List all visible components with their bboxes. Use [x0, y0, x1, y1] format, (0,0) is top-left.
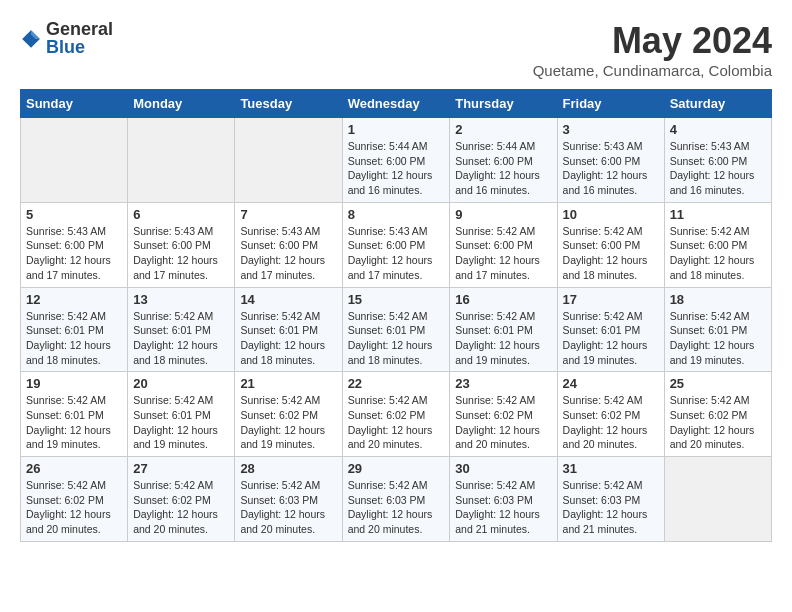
calendar-cell: 9Sunrise: 5:42 AM Sunset: 6:00 PM Daylig… [450, 202, 557, 287]
calendar-table: SundayMondayTuesdayWednesdayThursdayFrid… [20, 89, 772, 542]
calendar-cell: 10Sunrise: 5:42 AM Sunset: 6:00 PM Dayli… [557, 202, 664, 287]
calendar-cell: 3Sunrise: 5:43 AM Sunset: 6:00 PM Daylig… [557, 118, 664, 203]
calendar-cell: 31Sunrise: 5:42 AM Sunset: 6:03 PM Dayli… [557, 457, 664, 542]
calendar-cell: 14Sunrise: 5:42 AM Sunset: 6:01 PM Dayli… [235, 287, 342, 372]
calendar-cell: 30Sunrise: 5:42 AM Sunset: 6:03 PM Dayli… [450, 457, 557, 542]
day-info: Sunrise: 5:42 AM Sunset: 6:01 PM Dayligh… [563, 309, 659, 368]
calendar-cell: 7Sunrise: 5:43 AM Sunset: 6:00 PM Daylig… [235, 202, 342, 287]
calendar-cell: 23Sunrise: 5:42 AM Sunset: 6:02 PM Dayli… [450, 372, 557, 457]
day-number: 16 [455, 292, 551, 307]
day-number: 19 [26, 376, 122, 391]
day-info: Sunrise: 5:43 AM Sunset: 6:00 PM Dayligh… [133, 224, 229, 283]
day-info: Sunrise: 5:44 AM Sunset: 6:00 PM Dayligh… [348, 139, 445, 198]
day-info: Sunrise: 5:42 AM Sunset: 6:01 PM Dayligh… [26, 393, 122, 452]
day-info: Sunrise: 5:42 AM Sunset: 6:01 PM Dayligh… [670, 309, 766, 368]
weekday-header-saturday: Saturday [664, 90, 771, 118]
day-number: 7 [240, 207, 336, 222]
day-info: Sunrise: 5:42 AM Sunset: 6:01 PM Dayligh… [133, 393, 229, 452]
logo-text: General Blue [46, 20, 113, 57]
day-number: 22 [348, 376, 445, 391]
day-number: 6 [133, 207, 229, 222]
day-number: 28 [240, 461, 336, 476]
calendar-cell [128, 118, 235, 203]
calendar-cell: 25Sunrise: 5:42 AM Sunset: 6:02 PM Dayli… [664, 372, 771, 457]
calendar-header: SundayMondayTuesdayWednesdayThursdayFrid… [21, 90, 772, 118]
day-number: 13 [133, 292, 229, 307]
day-number: 17 [563, 292, 659, 307]
weekday-header-friday: Friday [557, 90, 664, 118]
weekday-header-row: SundayMondayTuesdayWednesdayThursdayFrid… [21, 90, 772, 118]
calendar-cell: 20Sunrise: 5:42 AM Sunset: 6:01 PM Dayli… [128, 372, 235, 457]
day-info: Sunrise: 5:42 AM Sunset: 6:03 PM Dayligh… [240, 478, 336, 537]
weekday-header-wednesday: Wednesday [342, 90, 450, 118]
day-info: Sunrise: 5:42 AM Sunset: 6:03 PM Dayligh… [563, 478, 659, 537]
calendar-cell: 21Sunrise: 5:42 AM Sunset: 6:02 PM Dayli… [235, 372, 342, 457]
day-info: Sunrise: 5:43 AM Sunset: 6:00 PM Dayligh… [348, 224, 445, 283]
day-info: Sunrise: 5:42 AM Sunset: 6:02 PM Dayligh… [348, 393, 445, 452]
calendar-cell [664, 457, 771, 542]
day-info: Sunrise: 5:43 AM Sunset: 6:00 PM Dayligh… [670, 139, 766, 198]
calendar-week-3: 12Sunrise: 5:42 AM Sunset: 6:01 PM Dayli… [21, 287, 772, 372]
calendar-body: 1Sunrise: 5:44 AM Sunset: 6:00 PM Daylig… [21, 118, 772, 542]
day-info: Sunrise: 5:42 AM Sunset: 6:00 PM Dayligh… [670, 224, 766, 283]
month-year-title: May 2024 [533, 20, 772, 62]
day-number: 2 [455, 122, 551, 137]
day-number: 12 [26, 292, 122, 307]
weekday-header-sunday: Sunday [21, 90, 128, 118]
day-number: 5 [26, 207, 122, 222]
day-number: 24 [563, 376, 659, 391]
weekday-header-thursday: Thursday [450, 90, 557, 118]
calendar-cell: 19Sunrise: 5:42 AM Sunset: 6:01 PM Dayli… [21, 372, 128, 457]
calendar-cell: 16Sunrise: 5:42 AM Sunset: 6:01 PM Dayli… [450, 287, 557, 372]
calendar-cell [235, 118, 342, 203]
day-number: 31 [563, 461, 659, 476]
day-number: 9 [455, 207, 551, 222]
day-info: Sunrise: 5:42 AM Sunset: 6:01 PM Dayligh… [348, 309, 445, 368]
day-number: 15 [348, 292, 445, 307]
day-info: Sunrise: 5:42 AM Sunset: 6:02 PM Dayligh… [26, 478, 122, 537]
day-number: 1 [348, 122, 445, 137]
day-info: Sunrise: 5:42 AM Sunset: 6:01 PM Dayligh… [26, 309, 122, 368]
day-info: Sunrise: 5:42 AM Sunset: 6:01 PM Dayligh… [455, 309, 551, 368]
day-number: 27 [133, 461, 229, 476]
calendar-cell: 26Sunrise: 5:42 AM Sunset: 6:02 PM Dayli… [21, 457, 128, 542]
title-block: May 2024 Quetame, Cundinamarca, Colombia [533, 20, 772, 79]
day-info: Sunrise: 5:43 AM Sunset: 6:00 PM Dayligh… [26, 224, 122, 283]
day-number: 18 [670, 292, 766, 307]
calendar-cell: 5Sunrise: 5:43 AM Sunset: 6:00 PM Daylig… [21, 202, 128, 287]
day-number: 25 [670, 376, 766, 391]
day-number: 11 [670, 207, 766, 222]
day-info: Sunrise: 5:42 AM Sunset: 6:02 PM Dayligh… [240, 393, 336, 452]
weekday-header-monday: Monday [128, 90, 235, 118]
calendar-cell: 2Sunrise: 5:44 AM Sunset: 6:00 PM Daylig… [450, 118, 557, 203]
day-info: Sunrise: 5:42 AM Sunset: 6:00 PM Dayligh… [455, 224, 551, 283]
day-info: Sunrise: 5:42 AM Sunset: 6:03 PM Dayligh… [455, 478, 551, 537]
logo-general: General [46, 20, 113, 38]
day-number: 26 [26, 461, 122, 476]
day-number: 10 [563, 207, 659, 222]
day-info: Sunrise: 5:43 AM Sunset: 6:00 PM Dayligh… [563, 139, 659, 198]
day-info: Sunrise: 5:42 AM Sunset: 6:02 PM Dayligh… [133, 478, 229, 537]
calendar-week-1: 1Sunrise: 5:44 AM Sunset: 6:00 PM Daylig… [21, 118, 772, 203]
calendar-cell: 4Sunrise: 5:43 AM Sunset: 6:00 PM Daylig… [664, 118, 771, 203]
calendar-week-2: 5Sunrise: 5:43 AM Sunset: 6:00 PM Daylig… [21, 202, 772, 287]
day-info: Sunrise: 5:42 AM Sunset: 6:02 PM Dayligh… [670, 393, 766, 452]
day-info: Sunrise: 5:42 AM Sunset: 6:02 PM Dayligh… [455, 393, 551, 452]
day-info: Sunrise: 5:42 AM Sunset: 6:01 PM Dayligh… [240, 309, 336, 368]
calendar-cell: 13Sunrise: 5:42 AM Sunset: 6:01 PM Dayli… [128, 287, 235, 372]
location-subtitle: Quetame, Cundinamarca, Colombia [533, 62, 772, 79]
day-number: 3 [563, 122, 659, 137]
calendar-cell [21, 118, 128, 203]
logo-blue: Blue [46, 37, 85, 57]
day-number: 4 [670, 122, 766, 137]
day-number: 8 [348, 207, 445, 222]
calendar-cell: 29Sunrise: 5:42 AM Sunset: 6:03 PM Dayli… [342, 457, 450, 542]
calendar-week-5: 26Sunrise: 5:42 AM Sunset: 6:02 PM Dayli… [21, 457, 772, 542]
calendar-cell: 24Sunrise: 5:42 AM Sunset: 6:02 PM Dayli… [557, 372, 664, 457]
day-number: 14 [240, 292, 336, 307]
weekday-header-tuesday: Tuesday [235, 90, 342, 118]
day-info: Sunrise: 5:42 AM Sunset: 6:00 PM Dayligh… [563, 224, 659, 283]
calendar-cell: 6Sunrise: 5:43 AM Sunset: 6:00 PM Daylig… [128, 202, 235, 287]
day-info: Sunrise: 5:43 AM Sunset: 6:00 PM Dayligh… [240, 224, 336, 283]
calendar-cell: 22Sunrise: 5:42 AM Sunset: 6:02 PM Dayli… [342, 372, 450, 457]
